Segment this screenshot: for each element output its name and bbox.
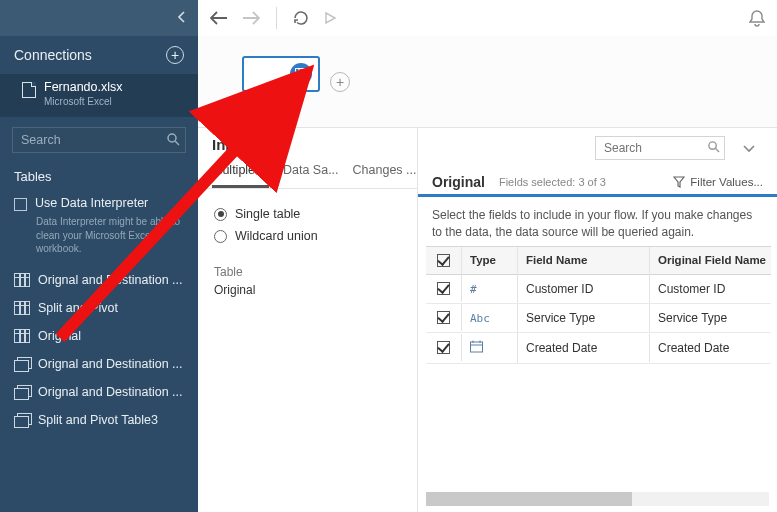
- sidebar-table-item[interactable]: Orignal and Destination ...: [0, 266, 198, 294]
- search-icon: [707, 140, 720, 156]
- row-original-name: Customer ID: [650, 275, 771, 303]
- sidebar-table-label: Orignal and Destination ...: [38, 357, 183, 371]
- data-interpreter-subtitle: Data Interpreter might be able to clean …: [0, 213, 198, 266]
- input-panel-title: Input: [212, 136, 249, 153]
- add-connection-button[interactable]: +: [166, 46, 184, 64]
- toolbar-separator: [276, 7, 277, 29]
- col-original-name: Original Field Name: [650, 247, 771, 273]
- sidebar-table-item[interactable]: Split and Pivot: [0, 294, 198, 322]
- sidebar-collapse-bar[interactable]: [0, 0, 198, 36]
- connection-type: Microsoft Excel: [44, 96, 123, 107]
- svg-rect-8: [471, 342, 483, 352]
- fields-panel: Original Fields selected: 3 of 3 Filter …: [418, 128, 777, 512]
- input-tab[interactable]: Changes ...: [353, 163, 417, 188]
- input-tab[interactable]: Multiple ...: [212, 163, 269, 188]
- svg-point-6: [709, 142, 716, 149]
- col-field-name: Field Name: [518, 247, 650, 273]
- search-icon: [166, 132, 180, 149]
- chevron-left-icon: [178, 11, 186, 26]
- filter-values-button[interactable]: Filter Values...: [673, 176, 763, 188]
- input-tab[interactable]: Data Sa...: [283, 163, 339, 188]
- select-all-checkbox[interactable]: [437, 254, 450, 267]
- connection-item[interactable]: Fernando.xlsx Microsoft Excel: [0, 74, 198, 117]
- col-type: Type: [462, 247, 518, 273]
- table-icon: [290, 63, 312, 85]
- fields-table: Type Field Name Original Field Name #Cus…: [426, 246, 771, 364]
- table-icon: [14, 273, 30, 287]
- single-table-radio[interactable]: Single table: [214, 203, 401, 225]
- main-area: Original + Input Multiple ...Data Sa...C…: [198, 0, 777, 512]
- sidebar-table-label: Original: [38, 329, 81, 343]
- add-step-button[interactable]: +: [330, 72, 350, 92]
- row-type: [462, 333, 518, 363]
- sidebar-table-item[interactable]: Original: [0, 322, 198, 350]
- toolbar: [198, 0, 777, 36]
- collapse-panel-button[interactable]: [735, 137, 763, 160]
- sidebar-table-item[interactable]: Orignal and Destination ...: [0, 350, 198, 378]
- row-field-name: Customer ID: [518, 275, 650, 303]
- sidebar-table-item[interactable]: Orignal and Destination ...: [0, 378, 198, 406]
- sidebar-table-label: Orignal and Destination ...: [38, 385, 183, 399]
- row-field-name: Service Type: [518, 304, 650, 332]
- wildcard-union-radio[interactable]: Wildcard union: [214, 225, 401, 247]
- flow-canvas[interactable]: Original +: [198, 36, 777, 128]
- forward-button[interactable]: [242, 11, 260, 25]
- union-icon: [14, 385, 30, 399]
- svg-rect-2: [296, 68, 307, 79]
- fields-selected-count: Fields selected: 3 of 3: [499, 176, 606, 188]
- fields-search-input[interactable]: [595, 136, 725, 160]
- document-icon: [22, 82, 36, 98]
- sidebar-table-item[interactable]: Split and Pivot Table3: [0, 406, 198, 434]
- input-tabs: Multiple ...Data Sa...Changes ...: [198, 153, 417, 189]
- table-section-label: Table: [214, 265, 401, 279]
- filter-icon: [673, 176, 685, 188]
- back-button[interactable]: [210, 11, 228, 25]
- row-original-name: Service Type: [650, 304, 771, 332]
- row-field-name: Created Date: [518, 334, 650, 362]
- flow-node-original[interactable]: Original: [242, 56, 320, 108]
- radio-icon: [214, 208, 227, 221]
- sidebar-table-label: Split and Pivot: [38, 301, 118, 315]
- table-section-value: Original: [214, 283, 401, 297]
- tables-header: Tables: [0, 161, 198, 190]
- single-table-label: Single table: [235, 207, 300, 221]
- input-panel: Input Multiple ...Data Sa...Changes ... …: [198, 128, 418, 512]
- filter-values-label: Filter Values...: [690, 176, 763, 188]
- horizontal-scrollbar[interactable]: [426, 492, 769, 506]
- flow-node-label: Original: [242, 96, 320, 108]
- data-interpreter-toggle[interactable]: Use Data Interpreter: [0, 190, 198, 213]
- row-original-name: Created Date: [650, 334, 771, 362]
- connections-label: Connections: [14, 47, 92, 63]
- sidebar-search-input[interactable]: [12, 127, 186, 153]
- radio-icon: [214, 230, 227, 243]
- row-checkbox[interactable]: [437, 282, 450, 295]
- refresh-button[interactable]: [293, 10, 309, 26]
- fields-panel-title: Original: [432, 174, 485, 190]
- sidebar: Connections + Fernando.xlsx Microsoft Ex…: [0, 0, 198, 512]
- svg-line-7: [715, 148, 719, 152]
- sidebar-table-label: Split and Pivot Table3: [38, 413, 158, 427]
- notifications-button[interactable]: [749, 9, 765, 27]
- table-row[interactable]: #Customer IDCustomer ID: [426, 275, 771, 304]
- table-row[interactable]: Created DateCreated Date: [426, 333, 771, 364]
- connection-name: Fernando.xlsx: [44, 80, 123, 94]
- run-button[interactable]: [323, 11, 337, 25]
- svg-line-1: [175, 141, 179, 145]
- union-icon: [14, 357, 30, 371]
- fields-help-text: Select the fields to include in your flo…: [418, 197, 777, 246]
- sidebar-table-label: Orignal and Destination ...: [38, 273, 183, 287]
- checkbox-icon: [14, 198, 27, 211]
- row-type: Abc: [462, 304, 518, 332]
- table-icon: [14, 329, 30, 343]
- data-interpreter-title: Use Data Interpreter: [35, 196, 148, 210]
- svg-point-0: [168, 134, 176, 142]
- row-checkbox[interactable]: [437, 341, 450, 354]
- table-icon: [14, 301, 30, 315]
- sidebar-search: [12, 127, 186, 153]
- row-type: #: [462, 275, 518, 303]
- union-icon: [14, 413, 30, 427]
- table-header-row: Type Field Name Original Field Name: [426, 247, 771, 275]
- wildcard-union-label: Wildcard union: [235, 229, 318, 243]
- table-row[interactable]: AbcService TypeService Type: [426, 304, 771, 333]
- row-checkbox[interactable]: [437, 311, 450, 324]
